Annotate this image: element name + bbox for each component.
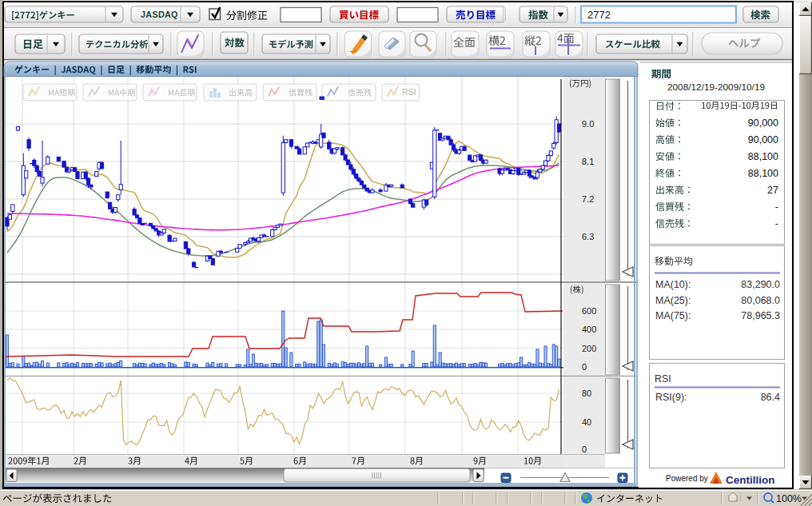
svg-text:MA(10):: MA(10): [655,279,691,290]
svg-text:9.0: 9.0 [582,119,594,129]
svg-text:40: 40 [582,417,591,427]
svg-text:600: 600 [582,306,596,316]
svg-text:90,000: 90,000 [748,118,778,129]
svg-text:80: 80 [582,388,591,398]
svg-text:80,068.0: 80,068.0 [741,295,780,306]
svg-text:0: 0 [582,444,587,454]
svg-text:400: 400 [582,325,596,334]
svg-text:83,290.0: 83,290.0 [741,279,780,290]
svg-text:0: 0 [582,362,587,372]
svg-text:90,000: 90,000 [748,134,778,145]
svg-text:Centillion: Centillion [726,474,775,486]
svg-text:2008/12/19-2009/10/19: 2008/12/19-2009/10/19 [667,82,765,93]
svg-text:27: 27 [767,185,778,196]
svg-text:6.3: 6.3 [582,232,594,241]
svg-text:8.1: 8.1 [582,157,594,166]
svg-text:7.2: 7.2 [582,194,594,204]
svg-text:MA(25):: MA(25): [655,295,691,306]
svg-text:RSI: RSI [402,87,416,97]
svg-text:RSI: RSI [655,373,671,384]
svg-text:-: - [775,201,778,213]
svg-text:88,100: 88,100 [748,168,778,179]
svg-text:2772: 2772 [587,9,611,21]
svg-text:Powered by: Powered by [666,474,708,483]
svg-text:JASDAQ: JASDAQ [141,10,178,19]
svg-text:-: - [775,218,778,229]
svg-text:RSI(9):: RSI(9): [655,392,687,403]
svg-text:100%: 100% [776,493,802,504]
svg-text:86.4: 86.4 [761,392,780,403]
svg-text:MA(75):: MA(75): [655,310,691,321]
svg-text:88,100: 88,100 [748,151,778,162]
svg-text:78,965.3: 78,965.3 [741,310,780,321]
svg-text:200: 200 [582,344,596,353]
